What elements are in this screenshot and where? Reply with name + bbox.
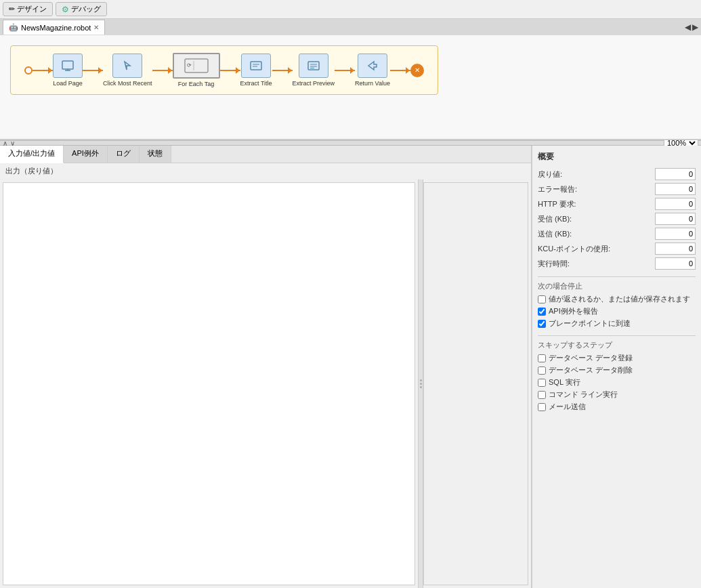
gear-icon: ⚙: [62, 5, 69, 14]
stat-http-request-field: 0: [655, 198, 696, 210]
splitter-dot-1: [420, 379, 422, 381]
skip-step-2-checkbox[interactable]: [538, 379, 546, 387]
tab-status[interactable]: 状態: [140, 146, 171, 163]
wf-arrow-4: [272, 70, 293, 71]
stop-condition-0-label: 値が返されるか、または値が保存されます: [549, 294, 690, 304]
splitter-bar: ∧ ∨ 50% 75% 100% 125% 150% 200%: [0, 140, 701, 146]
close-tab-button[interactable]: ✕: [93, 24, 99, 31]
skip-step-1-label: データベース データ削除: [549, 365, 633, 375]
step-extract-title-label: Extract Title: [240, 80, 272, 87]
robot-icon: 🤖: [9, 23, 18, 32]
output-left-pane[interactable]: [3, 182, 415, 585]
stat-receive-kb: 受信 (KB): 0: [538, 213, 696, 225]
tab-log[interactable]: ログ: [108, 146, 140, 163]
step-for-each-tag-label: For Each Tag: [178, 81, 214, 87]
skip-step-2: SQL 実行: [538, 377, 696, 387]
step-click-most-recent-box: [112, 54, 142, 78]
skip-steps-title: スキップするステップ: [538, 340, 696, 350]
skip-step-1: データベース データ削除: [538, 365, 696, 375]
nav-arrows: ◀ ▶: [685, 22, 698, 32]
stop-condition-1: API例外を報告: [538, 306, 696, 316]
wf-arrow-0: [33, 70, 53, 71]
stat-error-report: エラー報告: 0: [538, 183, 696, 195]
svg-text:⟳: ⟳: [187, 62, 192, 68]
stat-kcu-points: KCU-ポイントの使用: 0: [538, 243, 696, 255]
step-return-value-label: Return Value: [355, 80, 390, 87]
output-label: 出力（戻り値）: [0, 163, 531, 180]
step-load-page[interactable]: Load Page: [53, 54, 83, 87]
svg-rect-0: [62, 61, 73, 69]
step-click-most-recent[interactable]: Click Most Recent: [103, 54, 152, 87]
top-bar: ✏ デザイン ⚙ デバッグ: [0, 0, 701, 19]
output-content-area: [0, 180, 531, 588]
stop-condition-title: 次の場合停止: [538, 281, 696, 291]
stat-return-value: 戻り値: 0: [538, 168, 696, 180]
output-right-pane: [423, 182, 528, 585]
step-extract-preview-label: Extract Preview: [293, 80, 335, 87]
pencil-icon: ✏: [9, 5, 15, 14]
skip-step-4: メール送信: [538, 402, 696, 412]
bottom-panel: 入力値/出力値 API例外 ログ 状態 出力（戻り値）: [0, 146, 701, 588]
skip-step-3: コマンド ライン実行: [538, 390, 696, 400]
panel-tabs: 入力値/出力値 API例外 ログ 状態: [0, 146, 531, 163]
right-panel: 概要 戻り値: 0 エラー報告: 0 HTTP 要求: 0: [532, 146, 701, 588]
wf-arrow-3: [220, 70, 240, 71]
stop-condition-1-checkbox[interactable]: [538, 308, 546, 316]
skip-step-4-checkbox[interactable]: [538, 403, 546, 411]
tab-api-exception[interactable]: API例外: [64, 146, 108, 163]
step-click-most-recent-label: Click Most Recent: [103, 80, 152, 87]
left-panel: 入力値/出力値 API例外 ログ 状態 出力（戻り値）: [0, 146, 532, 588]
stop-condition-0-checkbox[interactable]: [538, 295, 546, 303]
stats-list: 戻り値: 0 エラー報告: 0 HTTP 要求: 0 受信 (KB):: [538, 168, 696, 270]
splitter-dot-3: [420, 386, 422, 388]
svg-rect-9: [308, 62, 319, 70]
step-return-value-box: [358, 54, 387, 78]
tab-input-output[interactable]: 入力値/出力値: [0, 146, 64, 163]
stop-condition-0: 値が返されるか、または値が保存されます: [538, 294, 696, 304]
stat-return-value-field: 0: [655, 168, 696, 180]
wf-arrow-6: [390, 70, 410, 71]
step-extract-preview-box: [299, 54, 328, 78]
wf-arrow-2: [152, 70, 173, 71]
splitter-dot-2: [420, 383, 422, 385]
nav-right-button[interactable]: ▶: [692, 22, 698, 32]
stat-send-kb: 送信 (KB): 0: [538, 228, 696, 240]
design-button[interactable]: ✏ デザイン: [3, 2, 53, 16]
skip-step-0-checkbox[interactable]: [538, 354, 546, 362]
debug-button[interactable]: ⚙ デバッグ: [56, 2, 107, 16]
skip-step-0-label: データベース データ登録: [549, 353, 633, 363]
stat-execution-time-field: 0: [655, 257, 696, 270]
step-load-page-label: Load Page: [53, 80, 83, 87]
vertical-splitter[interactable]: [418, 180, 423, 588]
step-for-each-tag-box: ⟳: [173, 53, 220, 79]
skip-step-2-label: SQL 実行: [549, 377, 580, 387]
stop-condition-2-checkbox[interactable]: [538, 320, 546, 328]
stat-send-kb-field: 0: [655, 228, 696, 240]
step-extract-preview[interactable]: Extract Preview: [293, 54, 335, 87]
stop-condition-1-label: API例外を報告: [549, 306, 598, 316]
nav-left-button[interactable]: ◀: [685, 22, 691, 32]
skip-step-4-label: メール送信: [549, 402, 586, 412]
stop-condition-2-label: ブレークポイントに到達: [549, 318, 631, 329]
tab-bar: 🤖 NewsMagazine.robot ✕ ◀ ▶: [0, 19, 701, 35]
skip-step-3-checkbox[interactable]: [538, 391, 546, 399]
workflow: Load Page Click Most Recent ⟳ For Each T…: [10, 45, 438, 95]
step-for-each-tag[interactable]: ⟳ For Each Tag: [173, 53, 220, 87]
stat-receive-kb-field: 0: [655, 213, 696, 225]
step-load-page-box: [53, 54, 83, 78]
robot-tab[interactable]: 🤖 NewsMagazine.robot ✕: [3, 20, 105, 35]
skip-step-1-checkbox[interactable]: [538, 366, 546, 375]
stat-execution-time: 実行時間: 0: [538, 257, 696, 270]
skip-step-0: データベース データ登録: [538, 353, 696, 363]
svg-rect-6: [251, 62, 261, 70]
divider-1: [538, 276, 696, 277]
workflow-start: [24, 66, 33, 75]
stat-error-report-field: 0: [655, 183, 696, 195]
stat-http-request: HTTP 要求: 0: [538, 198, 696, 210]
divider-2: [538, 335, 696, 336]
step-extract-title[interactable]: Extract Title: [240, 54, 272, 87]
summary-title: 概要: [538, 151, 696, 163]
step-return-value[interactable]: Return Value: [355, 54, 390, 87]
stat-kcu-points-field: 0: [655, 243, 696, 255]
stop-condition-2: ブレークポイントに到達: [538, 318, 696, 329]
